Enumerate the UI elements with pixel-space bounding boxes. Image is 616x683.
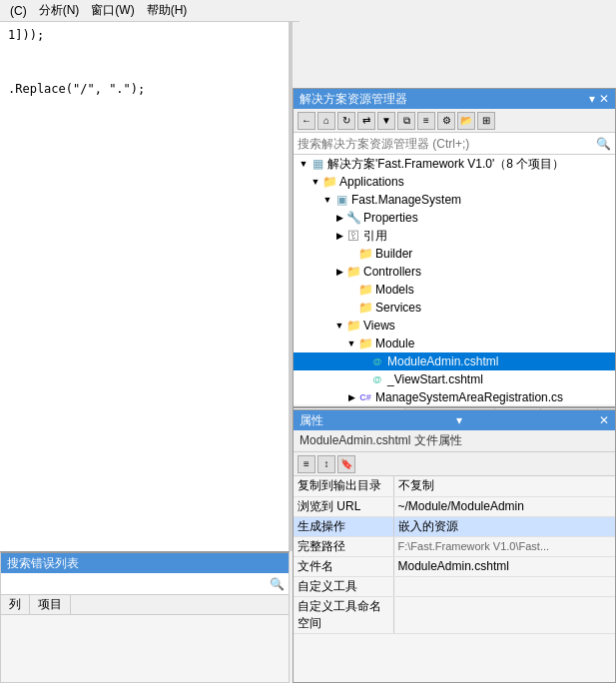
search-input[interactable]	[298, 137, 596, 151]
prop-val-tool	[393, 576, 615, 596]
services-icon: 📁	[357, 300, 373, 316]
properties-toolbar: ≡ ↕ 🔖	[294, 452, 615, 476]
tree-root-arrow: ▼	[298, 159, 309, 169]
solution-explorer-title: 解决方案资源管理器	[300, 91, 589, 108]
moduleadmin-label: ModuleAdmin.cshtml	[387, 354, 498, 368]
prop-row-tool[interactable]: 自定义工具	[294, 576, 615, 596]
views-label: Views	[363, 319, 395, 333]
prop-val-copy: 不复制	[393, 476, 615, 496]
references-icon: ⚿	[345, 228, 361, 244]
prop-val-filename: ModuleAdmin.cshtml	[393, 556, 615, 576]
tree-services[interactable]: 📁 Services	[294, 299, 615, 317]
module-label: Module	[375, 337, 414, 350]
tree-areareg[interactable]: ▶ C# ManageSystemAreaRegistration.cs	[294, 388, 615, 404]
properties-titlebar: 属性 ▾ ✕	[294, 410, 615, 430]
properties-panel: 属性 ▾ ✕ ModuleAdmin.cshtml 文件属性 ≡ ↕ 🔖 复制到…	[293, 409, 616, 683]
tree-moduleadmin[interactable]: @ ModuleAdmin.cshtml	[294, 352, 615, 370]
viewstart-label: _ViewStart.cshtml	[387, 372, 483, 386]
settings-button[interactable]: ⚙	[437, 112, 455, 130]
models-icon: 📁	[357, 282, 373, 298]
controllers-arrow: ▶	[333, 267, 345, 277]
prop-key-copy: 复制到输出目录	[294, 476, 393, 496]
solution-explorer-titlebar: 解决方案资源管理器 ▾ ✕	[294, 89, 615, 109]
prop-val-fullpath: F:\Fast.Framework V1.0\Fast...	[393, 536, 615, 556]
prop-row-filename[interactable]: 文件名 ModuleAdmin.cshtml	[294, 556, 615, 576]
code-line-3	[8, 62, 281, 80]
sync-button[interactable]: ⇄	[357, 112, 375, 130]
code-line-1: 1]));	[8, 26, 281, 44]
back-button[interactable]: ←	[298, 112, 315, 130]
pin-icon[interactable]: ▾	[589, 92, 595, 106]
copy-button[interactable]: ⧉	[397, 112, 415, 130]
prop-btn-1[interactable]: ≡	[298, 455, 315, 473]
controllers-label: Controllers	[363, 265, 421, 279]
properties-label: Properties	[363, 211, 418, 225]
references-arrow: ▶	[333, 231, 345, 241]
properties-file-header: ModuleAdmin.cshtml 文件属性	[294, 430, 615, 452]
open-button[interactable]: 📂	[457, 112, 475, 130]
prop-val-build: 嵌入的资源	[393, 516, 615, 536]
collapse-button[interactable]: ▼	[377, 112, 395, 130]
viewstart-icon: @	[369, 371, 385, 387]
tree-applications[interactable]: ▼ 📁 Applications	[294, 173, 615, 191]
prop-val-ns	[393, 596, 615, 633]
prop-key-filename: 文件名	[294, 556, 393, 576]
error-search-icon: 🔍	[270, 577, 285, 591]
error-title: 搜索错误列表	[7, 555, 79, 572]
properties-arrow: ▶	[333, 213, 345, 223]
error-search[interactable]: 🔍	[1, 573, 289, 595]
project-icon: ▣	[333, 192, 349, 208]
tree-root-label: 解决方案'Fast.Framework V1.0'（8 个项目）	[327, 156, 564, 173]
prop-btn-2[interactable]: ↕	[317, 455, 335, 473]
tree-viewstart[interactable]: @ _ViewStart.cshtml	[294, 370, 615, 388]
filter-button[interactable]: ≡	[417, 112, 435, 130]
prop-row-build[interactable]: 生成操作 嵌入的资源	[294, 516, 615, 536]
prop-key-fullpath: 完整路径	[294, 536, 393, 556]
tree-properties[interactable]: ▶ 🔧 Properties	[294, 209, 615, 227]
prop-key-build: 生成操作	[294, 516, 393, 536]
extra-button[interactable]: ⊞	[477, 112, 495, 130]
tree-managesystem[interactable]: ▼ ▣ Fast.ManageSystem	[294, 191, 615, 209]
tree-module[interactable]: ▼ 📁 Module	[294, 335, 615, 352]
prop-btn-3[interactable]: 🔖	[337, 455, 355, 473]
code-line-4: .Replace("/", ".");	[8, 80, 281, 98]
builder-icon: 📁	[357, 246, 373, 262]
controllers-icon: 📁	[345, 264, 361, 280]
tree-builder[interactable]: 📁 Builder	[294, 245, 615, 263]
areareg-label: ManageSystemAreaRegistration.cs	[375, 390, 563, 404]
tree-references[interactable]: ▶ ⚿ 引用	[294, 227, 615, 245]
refresh-button[interactable]: ↻	[337, 112, 355, 130]
solution-explorer-search[interactable]: 🔍	[294, 133, 615, 155]
managesystem-label: Fast.ManageSystem	[351, 193, 461, 207]
properties-icon: 🔧	[345, 210, 361, 226]
prop-row-url[interactable]: 浏览到 URL ~/Module/ModuleAdmin	[294, 496, 615, 516]
builder-label: Builder	[375, 247, 412, 261]
prop-pin-icon[interactable]: ▾	[456, 413, 462, 427]
prop-row-copy[interactable]: 复制到输出目录 不复制	[294, 476, 615, 496]
properties-title: 属性	[300, 412, 323, 429]
menu-window[interactable]: 窗口(W)	[85, 0, 140, 21]
solution-explorer-toolbar: ← ⌂ ↻ ⇄ ▼ ⧉ ≡ ⚙ 📂 ⊞	[294, 109, 615, 133]
menu-help[interactable]: 帮助(H)	[141, 0, 194, 21]
code-panel: 1])); .Replace("/", ".");	[0, 22, 290, 551]
folder-icon: 📁	[321, 174, 337, 190]
menu-analyze[interactable]: 分析(N)	[33, 0, 86, 21]
applications-arrow: ▼	[309, 177, 321, 187]
references-label: 引用	[363, 228, 387, 245]
prop-row-ns[interactable]: 自定义工具命名空间	[294, 596, 615, 633]
prop-close-icon[interactable]: ✕	[599, 413, 609, 427]
error-search-input[interactable]	[5, 577, 270, 591]
error-col-col: 列	[1, 595, 30, 614]
prop-row-fullpath[interactable]: 完整路径 F:\Fast.Framework V1.0\Fast...	[294, 536, 615, 556]
tree-models[interactable]: 📁 Models	[294, 281, 615, 299]
error-titlebar: 搜索错误列表	[1, 553, 289, 573]
areareg-icon: C#	[357, 389, 373, 404]
menu-c[interactable]: (C)	[4, 2, 33, 20]
tree-controllers[interactable]: ▶ 📁 Controllers	[294, 263, 615, 281]
prop-val-url: ~/Module/ModuleAdmin	[393, 496, 615, 516]
home-button[interactable]: ⌂	[317, 112, 335, 130]
tree-views[interactable]: ▼ 📁 Views	[294, 317, 615, 335]
views-icon: 📁	[345, 318, 361, 334]
tree-root[interactable]: ▼ ▦ 解决方案'Fast.Framework V1.0'（8 个项目）	[294, 155, 615, 173]
close-icon[interactable]: ✕	[599, 92, 609, 106]
